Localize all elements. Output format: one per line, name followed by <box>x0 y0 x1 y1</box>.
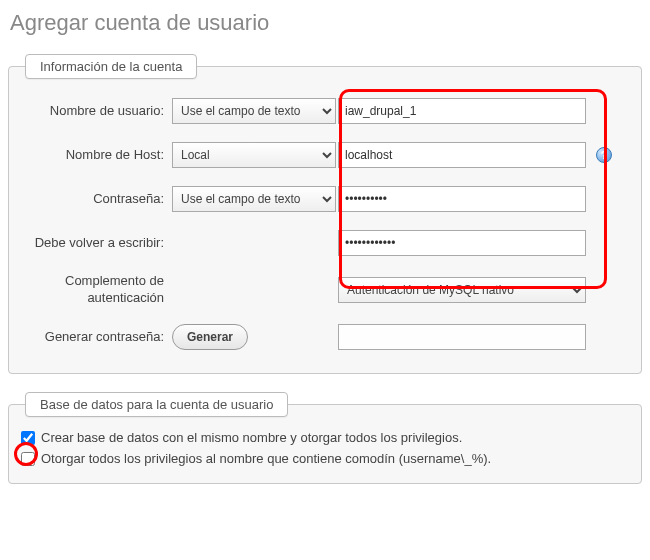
row-host: Nombre de Host: Local ? <box>17 133 633 177</box>
row-password: Contraseña: Use el campo de texto <box>17 177 633 221</box>
wildcard-db-checkbox[interactable] <box>21 452 35 466</box>
row-retype: Debe volver a escribir: <box>17 221 633 265</box>
username-label: Nombre de usuario: <box>17 103 172 120</box>
row-generate: Generar contraseña: Generar <box>17 315 633 359</box>
retype-input[interactable] <box>338 230 586 256</box>
generate-label: Generar contraseña: <box>17 329 172 346</box>
database-fieldset: Base de datos para la cuenta de usuario … <box>8 392 642 484</box>
password-input[interactable] <box>338 186 586 212</box>
row-username: Nombre de usuario: Use el campo de texto <box>17 89 633 133</box>
database-legend: Base de datos para la cuenta de usuario <box>25 392 288 417</box>
password-label: Contraseña: <box>17 191 172 208</box>
host-input[interactable] <box>338 142 586 168</box>
account-info-fieldset: Información de la cuenta Nombre de usuar… <box>8 54 642 374</box>
auth-plugin-label: Complemento de autenticación <box>17 273 172 307</box>
host-label: Nombre de Host: <box>17 147 172 164</box>
generate-button[interactable]: Generar <box>172 324 248 350</box>
row-create-same-db: Crear base de datos con el mismo nombre … <box>17 427 633 448</box>
username-mode-select[interactable]: Use el campo de texto <box>172 98 336 124</box>
row-wildcard-db: Otorgar todos los privilegios al nombre … <box>17 448 633 469</box>
help-icon[interactable]: ? <box>596 147 612 163</box>
page-title: Agregar cuenta de usuario <box>10 10 644 36</box>
wildcard-db-label: Otorgar todos los privilegios al nombre … <box>41 451 491 466</box>
row-auth-plugin: Complemento de autenticación Autenticaci… <box>17 265 633 315</box>
auth-plugin-select[interactable]: Autenticación de MySQL nativo <box>338 277 586 303</box>
generated-password-input[interactable] <box>338 324 586 350</box>
create-same-db-label: Crear base de datos con el mismo nombre … <box>41 430 462 445</box>
password-mode-select[interactable]: Use el campo de texto <box>172 186 336 212</box>
account-info-legend: Información de la cuenta <box>25 54 197 79</box>
retype-label: Debe volver a escribir: <box>17 235 172 252</box>
host-mode-select[interactable]: Local <box>172 142 336 168</box>
username-input[interactable] <box>338 98 586 124</box>
create-same-db-checkbox[interactable] <box>21 431 35 445</box>
